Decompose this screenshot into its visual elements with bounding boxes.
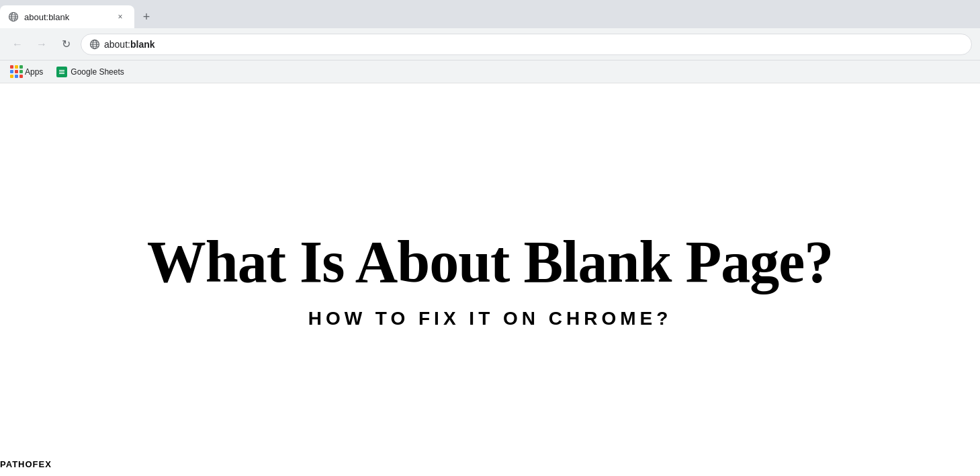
bookmark-google-sheets[interactable]: Google Sheets — [51, 64, 129, 80]
bookmark-apps-label: Apps — [25, 67, 43, 77]
tab-title: about:blank — [24, 12, 109, 22]
bookmark-apps[interactable]: Apps — [5, 64, 48, 80]
forward-button[interactable]: → — [32, 35, 51, 54]
tab-close-button[interactable]: × — [114, 11, 126, 23]
svg-rect-12 — [59, 73, 64, 73]
tab-bar: about:blank × + — [0, 0, 980, 28]
tab-favicon — [8, 11, 19, 22]
back-button[interactable]: ← — [8, 35, 27, 54]
svg-rect-10 — [59, 70, 64, 71]
sub-heading: HOW TO FIX IT ON CHROME? — [308, 308, 672, 329]
refresh-button[interactable]: ↻ — [56, 35, 75, 54]
address-bold: blank — [130, 39, 155, 50]
new-tab-button[interactable]: + — [137, 7, 156, 26]
browser-chrome: about:blank × + ← → ↻ about:blank — [0, 0, 980, 83]
active-tab[interactable]: about:blank × — [0, 5, 134, 28]
address-bar[interactable]: about:blank — [81, 34, 972, 55]
address-prefix: about: — [104, 39, 130, 50]
sheets-icon — [56, 67, 67, 77]
bookmark-sheets-label: Google Sheets — [71, 67, 124, 77]
page-content: What Is About Blank Page? HOW TO FIX IT … — [0, 83, 980, 476]
bookmarks-bar: Apps Google Sheets — [0, 61, 980, 83]
svg-rect-11 — [59, 71, 64, 72]
apps-icon — [11, 67, 21, 77]
address-bar-row: ← → ↻ about:blank — [0, 28, 980, 61]
address-favicon — [89, 39, 100, 50]
main-heading: What Is About Blank Page? — [147, 230, 833, 295]
footer-label: PATHOFEX — [0, 459, 52, 469]
address-text: about:blank — [104, 39, 155, 50]
